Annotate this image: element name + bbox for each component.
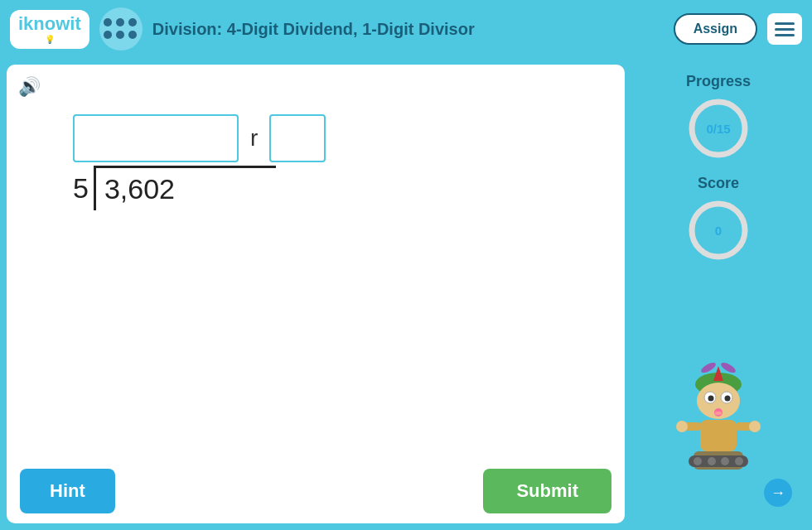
quotient-input[interactable]	[73, 114, 239, 162]
svg-point-19	[749, 421, 761, 432]
score-section: Score 0	[685, 175, 752, 263]
bottom-bar: Hint Submit	[7, 459, 625, 523]
progress-label: Progress	[686, 73, 751, 90]
svg-point-25	[735, 457, 743, 465]
svg-point-23	[708, 457, 716, 465]
remainder-label: r	[250, 125, 258, 152]
left-panel: 🔊 r 5 3,602 Hint Submit	[7, 65, 625, 523]
logo-text: iknowit	[18, 15, 81, 33]
score-value: 0	[715, 224, 722, 238]
activity-icon	[99, 7, 143, 51]
svg-point-11	[708, 396, 714, 402]
right-panel: Progress 0/15 Score 0	[631, 65, 805, 523]
menu-line-2	[775, 28, 795, 31]
svg-point-6	[699, 361, 717, 375]
division-symbol: 3,602	[94, 166, 276, 210]
answer-row: r	[73, 114, 326, 162]
svg-point-7	[719, 361, 737, 375]
score-label: Score	[698, 175, 739, 192]
nav-arrow[interactable]: →	[764, 479, 792, 507]
score-gauge: 0	[685, 197, 752, 263]
robot-illustration	[652, 349, 785, 482]
division-problem: 5 3,602	[73, 166, 276, 210]
activity-title: Division: 4-Digit Dividend, 1-Digit Divi…	[152, 20, 664, 39]
menu-line-1	[775, 22, 795, 25]
menu-button[interactable]	[767, 13, 802, 45]
logo: iknowit 💡	[10, 10, 89, 49]
divisor: 5	[73, 166, 89, 205]
menu-line-3	[775, 34, 795, 36]
submit-button[interactable]: Submit	[483, 469, 611, 513]
logo-icon: 💡	[45, 35, 55, 44]
problem-area: r 5 3,602	[7, 65, 625, 459]
svg-point-22	[694, 457, 702, 465]
sound-button[interactable]: 🔊	[18, 76, 41, 98]
dots-grid	[104, 18, 138, 41]
progress-section: Progress 0/15	[685, 73, 752, 161]
progress-gauge: 0/15	[685, 95, 752, 161]
remainder-input[interactable]	[269, 114, 326, 162]
dividend: 3,602	[94, 168, 276, 210]
svg-point-18	[676, 421, 688, 432]
svg-point-24	[721, 457, 729, 465]
robot-container	[652, 349, 785, 482]
main-area: 🔊 r 5 3,602 Hint Submit	[0, 58, 812, 530]
hint-button[interactable]: Hint	[20, 469, 115, 513]
svg-rect-15	[700, 420, 737, 451]
progress-value: 0/15	[706, 122, 730, 136]
svg-rect-14	[715, 412, 722, 415]
header: iknowit 💡 Division: 4-Digit Dividend, 1-…	[0, 0, 812, 58]
svg-point-12	[725, 396, 731, 402]
assign-button[interactable]: Assign	[674, 13, 757, 45]
